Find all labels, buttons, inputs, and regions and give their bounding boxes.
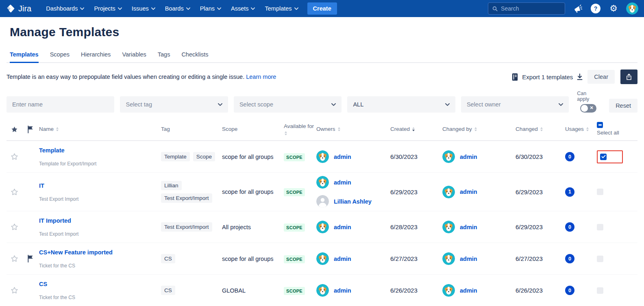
can-apply-toggle[interactable]: ✕	[580, 104, 596, 113]
flag-column-header[interactable]	[22, 126, 39, 133]
owner-link[interactable]: admin	[334, 256, 351, 262]
page-title: Manage Templates	[7, 17, 637, 39]
changed-by-cell: admin	[442, 221, 516, 233]
scope-cell: GLOBAL	[222, 287, 284, 294]
help-icon[interactable]: ?	[590, 3, 601, 14]
row-checkbox[interactable]	[597, 189, 603, 195]
export-templates-button[interactable]: Export 1 templates	[511, 73, 583, 81]
download-icon[interactable]	[576, 73, 583, 80]
tab-checklists[interactable]: Checklists	[181, 49, 208, 63]
column-header-name[interactable]: Name	[39, 126, 161, 133]
sort-icon[interactable]	[56, 127, 59, 131]
usages-badge[interactable]: 1	[565, 187, 574, 197]
name-filter-field[interactable]	[12, 101, 109, 108]
column-header-changed-by[interactable]: Changed by	[442, 126, 516, 133]
sort-icon[interactable]	[540, 127, 543, 131]
tag-chip: CS	[161, 286, 175, 295]
flag-slot[interactable]	[22, 255, 39, 263]
usages-badge[interactable]: 0	[565, 222, 574, 232]
owner: admin	[316, 284, 390, 297]
favorite-star-button[interactable]	[7, 286, 22, 295]
owner-link[interactable]: admin	[334, 179, 351, 186]
announcements-icon[interactable]	[572, 3, 583, 14]
owner-link[interactable]: admin	[334, 154, 351, 160]
column-header-owners[interactable]: Owners	[316, 126, 390, 133]
changed-by-link[interactable]: admin	[460, 256, 477, 262]
template-name-link[interactable]: CS+New Feature imported	[39, 249, 113, 256]
changed-by-link[interactable]: admin	[460, 189, 477, 195]
nav-item-dashboards[interactable]: Dashboards	[42, 2, 88, 15]
changed-date: 6/30/2023	[516, 153, 565, 160]
changed-by-link[interactable]: admin	[460, 287, 477, 294]
global-search[interactable]	[488, 2, 565, 15]
type-filter-select[interactable]: ALL	[347, 96, 455, 113]
changed-by-link[interactable]: admin	[460, 224, 477, 230]
clear-button[interactable]: Clear	[587, 70, 615, 84]
sort-icon[interactable]	[474, 127, 477, 131]
nav-item-templates[interactable]: Templates	[261, 2, 302, 15]
tab-hierarchies[interactable]: Hierarchies	[81, 49, 111, 63]
sort-icon[interactable]	[338, 127, 340, 131]
nav-item-boards[interactable]: Boards	[161, 2, 194, 15]
jira-logo[interactable]: Jira	[6, 4, 31, 13]
column-header-created[interactable]: Created	[390, 126, 442, 133]
learn-more-link[interactable]: Learn more	[246, 74, 276, 80]
main-nav: Dashboards Projects Issues Boards Plans …	[42, 2, 302, 15]
templates-table: NameTagScopeAvailable forOwnersCreatedCh…	[7, 118, 637, 306]
owner-filter-select[interactable]: Select owner	[461, 96, 569, 113]
sort-icon[interactable]	[412, 127, 415, 131]
export-toolbar: Export 1 templates Clear	[511, 69, 637, 84]
create-button[interactable]: Create	[307, 2, 337, 15]
column-header-available-for[interactable]: Available for	[284, 123, 316, 136]
tab-templates[interactable]: Templates	[10, 49, 39, 63]
sort-icon[interactable]	[586, 127, 589, 131]
user-avatar[interactable]	[626, 2, 638, 15]
usages-cell: 0	[565, 152, 597, 161]
tags-cell: TemplateScope	[161, 152, 222, 161]
tab-tags[interactable]: Tags	[158, 49, 170, 63]
tab-scopes[interactable]: Scopes	[50, 49, 70, 63]
row-checkbox[interactable]	[597, 287, 603, 294]
favorite-star-button[interactable]	[7, 254, 22, 263]
usages-badge[interactable]: 0	[565, 286, 574, 295]
scope-filter-select[interactable]: Select scope	[234, 96, 342, 113]
search-input[interactable]	[501, 5, 561, 12]
favorite-star-button[interactable]	[7, 152, 22, 161]
nav-item-assets[interactable]: Assets	[227, 2, 259, 15]
scope-cell: All projects	[222, 224, 284, 230]
owner-link[interactable]: admin	[334, 224, 351, 230]
settings-gear-icon[interactable]: ⚙	[608, 3, 619, 14]
tag-filter-select[interactable]: Select tag	[120, 96, 228, 113]
tab-variables[interactable]: Variables	[122, 49, 146, 63]
row-checkbox[interactable]	[600, 154, 607, 160]
reset-button[interactable]: Reset	[609, 99, 637, 113]
template-name-cell: CS+New Feature imported Ticket for the C…	[39, 249, 161, 269]
nav-item-plans[interactable]: Plans	[196, 2, 225, 15]
nav-item-projects[interactable]: Projects	[90, 2, 126, 15]
template-name-link[interactable]: CS	[39, 281, 47, 287]
nav-item-issues[interactable]: Issues	[128, 2, 159, 15]
favorite-star-button[interactable]	[7, 188, 22, 196]
column-header-usages[interactable]: Usages	[565, 126, 597, 133]
filter-bar: Select tag Select scope ALL Select owner…	[7, 91, 637, 113]
owner-link[interactable]: Lillian Ashley	[334, 198, 372, 205]
template-name-link[interactable]: Template	[39, 147, 65, 154]
usages-badge[interactable]: 0	[565, 152, 574, 161]
row-checkbox[interactable]	[597, 256, 603, 262]
table-row: CS+New Feature imported Ticket for the C…	[7, 243, 637, 275]
sort-icon[interactable]	[285, 131, 287, 135]
changed-by-link[interactable]: admin	[460, 154, 477, 160]
usages-badge[interactable]: 0	[565, 254, 574, 263]
row-checkbox[interactable]	[597, 224, 603, 230]
column-header-changed[interactable]: Changed	[516, 126, 565, 133]
select-all-header[interactable]: Select all	[597, 122, 623, 137]
share-export-button[interactable]	[620, 69, 637, 84]
name-filter-input[interactable]	[7, 96, 114, 113]
template-name-link[interactable]: IT Imported	[39, 217, 71, 224]
select-all-checkbox[interactable]	[597, 122, 603, 128]
favorite-column-header[interactable]	[7, 126, 22, 133]
owner-link[interactable]: admin	[334, 287, 351, 294]
favorite-star-button[interactable]	[7, 223, 22, 231]
template-name-link[interactable]: IT	[39, 182, 44, 189]
jira-logo-icon	[6, 4, 15, 13]
